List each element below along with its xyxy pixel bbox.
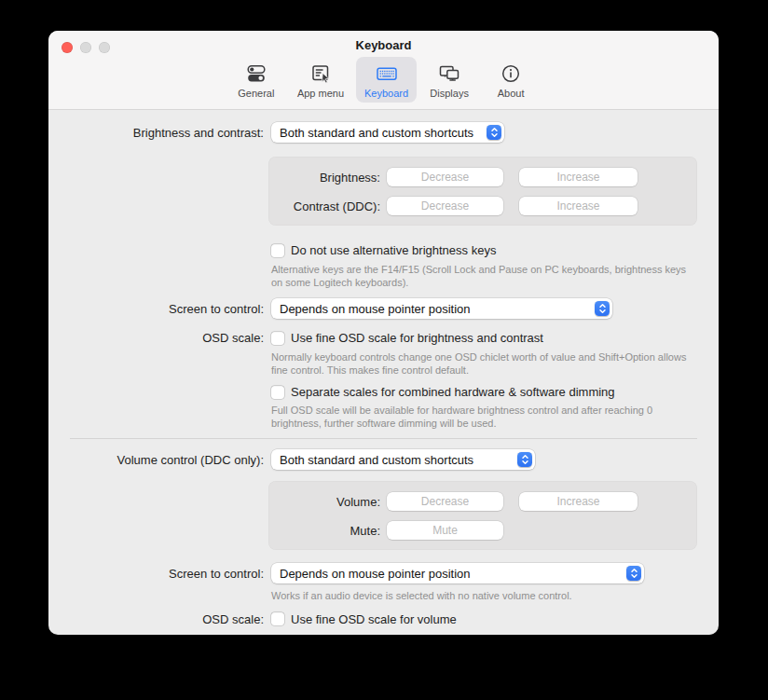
- tab-general[interactable]: General: [227, 57, 285, 103]
- brightness-screen-label: Screen to control:: [48, 302, 264, 316]
- alt-keys-checkbox-row: Do not use alternative brightness keys: [271, 243, 719, 257]
- brightness-row-label: Brightness:: [268, 171, 380, 185]
- volume-screen-select[interactable]: Depends on mouse pointer position: [271, 563, 644, 583]
- volume-shortcut-row: Volume: Decrease Increase: [268, 492, 697, 511]
- tab-about-label: About: [498, 88, 525, 99]
- desktop-background: Keyboard General: [0, 0, 768, 700]
- volume-screen-value: Depends on mouse pointer position: [280, 567, 471, 581]
- volume-decrease-shortcut-button[interactable]: Decrease: [387, 492, 503, 511]
- volume-screen-row: Screen to control: Depends on mouse poin…: [48, 563, 719, 583]
- fine-osd-help-text: Normally keyboard controls change one OS…: [271, 351, 691, 377]
- alt-keys-checkbox[interactable]: [271, 244, 284, 257]
- separate-scales-checkbox-row: Separate scales for combined hardware & …: [271, 385, 719, 399]
- menu-cursor-icon: [309, 62, 332, 86]
- brightness-screen-select[interactable]: Depends on mouse pointer position: [271, 298, 612, 319]
- contrast-shortcut-row: Contrast (DDC): Decrease Increase: [268, 197, 697, 215]
- popup-stepper-icon: [517, 452, 532, 467]
- tab-displays-label: Displays: [430, 88, 469, 99]
- preferences-window: Keyboard General: [48, 31, 719, 635]
- tab-about[interactable]: About: [482, 57, 540, 103]
- mute-shortcut-row: Mute: Mute: [268, 521, 697, 540]
- fine-osd-checkbox-label: Use fine OSD scale for brightness and co…: [291, 331, 543, 345]
- displays-icon: [437, 62, 461, 86]
- fine-osd-checkbox[interactable]: [271, 332, 284, 345]
- brightness-mode-row: Brightness and contrast: Both standard a…: [48, 122, 719, 143]
- volume-fine-osd-checkbox-row: Use fine OSD scale for volume: [271, 612, 457, 626]
- volume-mode-value: Both standard and custom shortcuts: [280, 453, 473, 467]
- mute-row-label: Mute:: [268, 524, 380, 538]
- window-header: Keyboard General: [48, 31, 719, 110]
- separate-scales-checkbox[interactable]: [271, 386, 284, 399]
- brightness-screen-value: Depends on mouse pointer position: [280, 302, 471, 316]
- volume-mode-select[interactable]: Both standard and custom shortcuts: [271, 449, 535, 470]
- section-divider: [70, 438, 697, 439]
- mute-shortcut-button[interactable]: Mute: [387, 521, 503, 540]
- volume-mode-label: Volume control (DDC only):: [48, 453, 264, 467]
- volume-fine-osd-checkbox[interactable]: [271, 612, 284, 625]
- volume-screen-label: Screen to control:: [48, 567, 264, 581]
- brightness-decrease-shortcut-button[interactable]: Decrease: [387, 168, 503, 186]
- tab-app-menu-label: App menu: [297, 88, 344, 99]
- brightness-shortcut-group: Brightness: Decrease Increase Contrast (…: [268, 157, 697, 226]
- tab-displays[interactable]: Displays: [420, 57, 478, 103]
- brightness-mode-value: Both standard and custom shortcuts: [280, 126, 473, 140]
- fine-osd-checkbox-row: Use fine OSD scale for brightness and co…: [271, 331, 543, 345]
- tab-general-label: General: [238, 88, 274, 99]
- toolbar-tabs: General App menu: [48, 57, 719, 103]
- brightness-screen-row: Screen to control: Depends on mouse poin…: [48, 298, 719, 319]
- volume-increase-shortcut-button[interactable]: Increase: [519, 492, 638, 511]
- alt-keys-help-text: Alternative keys are the F14/F15 (Scroll…: [271, 264, 695, 289]
- volume-fine-osd-checkbox-label: Use fine OSD scale for volume: [291, 612, 457, 626]
- alt-keys-checkbox-label: Do not use alternative brightness keys: [291, 243, 496, 257]
- brightness-increase-shortcut-button[interactable]: Increase: [519, 168, 638, 186]
- brightness-shortcut-row: Brightness: Decrease Increase: [268, 168, 697, 186]
- contrast-decrease-shortcut-button[interactable]: Decrease: [387, 197, 503, 215]
- volume-row-label: Volume:: [268, 495, 380, 509]
- brightness-osd-label: OSD scale:: [48, 331, 264, 345]
- volume-screen-help-text: Works if an audio device is selected wit…: [271, 590, 719, 603]
- contrast-increase-shortcut-button[interactable]: Increase: [519, 197, 638, 215]
- contrast-row-label: Contrast (DDC):: [268, 199, 380, 213]
- volume-osd-row: OSD scale: Use fine OSD scale for volume: [48, 612, 719, 626]
- volume-osd-label: OSD scale:: [48, 612, 264, 626]
- separate-scales-help-text: Full OSD scale will be available for har…: [271, 405, 691, 430]
- window-title: Keyboard: [48, 38, 719, 52]
- keyboard-pane: Brightness and contrast: Both standard a…: [48, 110, 719, 626]
- tab-app-menu[interactable]: App menu: [289, 57, 352, 103]
- volume-mode-row: Volume control (DDC only): Both standard…: [48, 449, 719, 470]
- brightness-osd-row: OSD scale: Use fine OSD scale for bright…: [48, 331, 719, 345]
- separate-scales-checkbox-label: Separate scales for combined hardware & …: [291, 385, 615, 399]
- keyboard-icon: [375, 62, 399, 86]
- popup-stepper-icon: [487, 125, 501, 140]
- popup-stepper-icon: [626, 566, 641, 581]
- popup-stepper-icon: [595, 301, 610, 316]
- tab-keyboard[interactable]: Keyboard: [356, 57, 417, 103]
- brightness-mode-select[interactable]: Both standard and custom shortcuts: [271, 122, 504, 143]
- switches-icon: [245, 62, 267, 86]
- brightness-mode-label: Brightness and contrast:: [48, 126, 264, 140]
- tab-keyboard-label: Keyboard: [364, 88, 408, 99]
- info-icon: [500, 62, 522, 86]
- volume-shortcut-group: Volume: Decrease Increase Mute: Mute: [268, 481, 697, 550]
